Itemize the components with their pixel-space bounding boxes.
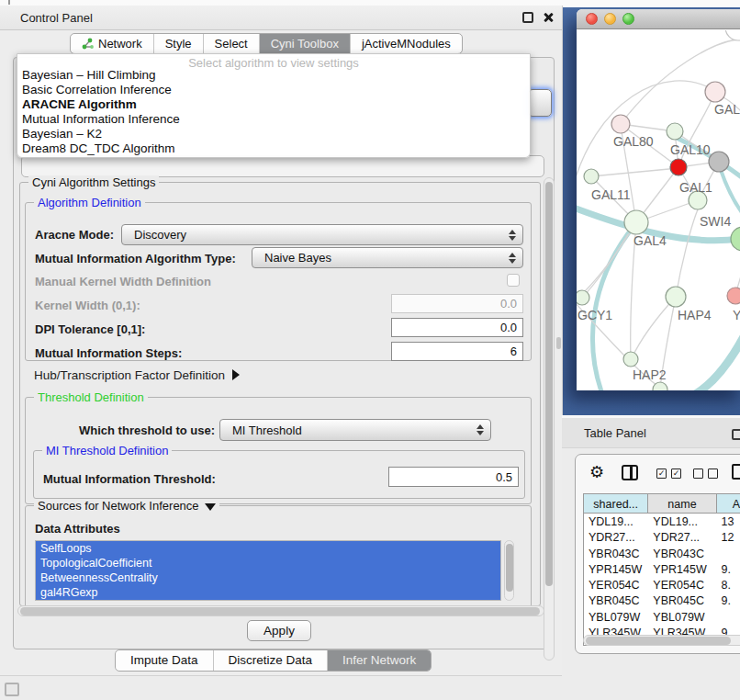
node-gal4[interactable] (624, 210, 648, 234)
network-window-titlebar[interactable] (577, 9, 740, 29)
which-threshold-combo[interactable]: MI Threshold (219, 419, 491, 441)
checked-checkbox-icon[interactable]: ✓ (656, 469, 667, 479)
gear-icon[interactable]: ⚙ (589, 462, 604, 482)
apply-button[interactable]: Apply (247, 620, 311, 641)
list-scrollbar[interactable] (504, 540, 514, 601)
collapsed-panel-icon[interactable] (5, 683, 19, 696)
tab-network[interactable]: Network (71, 34, 153, 53)
node-label-gal1: GAL1 (679, 180, 712, 195)
table-row[interactable]: YER054C YER054C 8. (584, 577, 740, 593)
close-panel-icon[interactable] (542, 11, 555, 24)
hub-definition-expander[interactable]: Hub/Transcription Factor Definition (34, 368, 240, 382)
tab-cyni-toolbox[interactable]: Cyni Toolbox (259, 34, 350, 53)
cell-name: YDL19... (648, 514, 716, 529)
node-gal11[interactable] (584, 169, 599, 184)
unchecked-checkbox-icon[interactable] (693, 469, 703, 479)
manual-kernel-width-checkbox[interactable] (507, 274, 520, 287)
mi-algorithm-type-combo[interactable]: Naive Bayes (252, 247, 523, 268)
tab-jactivemnodules-label: jActiveMNodules (362, 37, 451, 51)
table-row[interactable]: YDL19... YDL19... 13 (584, 514, 740, 529)
table-row[interactable]: YBR043C YBR043C (584, 546, 740, 561)
algorithm-definition-group: Algorithm Definition Aracne Mode: Discov… (25, 202, 532, 361)
mi-threshold-field[interactable]: 0.5 (388, 467, 519, 487)
menu-item-aracne[interactable]: ARACNE Algorithm (22, 97, 137, 112)
column-layout-icon[interactable] (622, 465, 638, 480)
tab-infer-network[interactable]: Infer Network (327, 650, 431, 671)
tab-jactivemnodules[interactable]: jActiveMNodules (350, 34, 462, 53)
settings-horizontal-scrollbar[interactable] (17, 605, 544, 616)
node-label-swi4: SWI4 (700, 214, 731, 229)
menu-item-bayesian-k2[interactable]: Bayesian – K2 (22, 127, 102, 141)
column-header-name[interactable]: name (648, 494, 716, 514)
node-gcy1[interactable] (577, 290, 589, 305)
table-row[interactable]: YBR045C YBR045C 9. (584, 593, 740, 608)
settings-vertical-scrollbar[interactable] (544, 177, 555, 660)
menu-item-bayesian-hill[interactable]: Bayesian – Hill Climbing (22, 68, 156, 83)
node-hap4[interactable] (666, 287, 686, 307)
checked-checkbox-icon[interactable]: ✓ (671, 469, 681, 479)
mi-steps-field[interactable]: 6 (391, 342, 523, 361)
minimize-window-icon[interactable] (604, 13, 616, 25)
mi-threshold-group-title: MI Threshold Definition (42, 444, 172, 457)
cell-name: YBR045C (648, 593, 716, 608)
close-window-icon[interactable] (586, 13, 598, 25)
zoom-window-icon[interactable] (622, 13, 634, 25)
cell-name: YDR27... (648, 529, 716, 545)
tab-impute-data[interactable]: Impute Data (116, 650, 213, 671)
table-row[interactable]: YBL079W YBL079W (584, 609, 740, 625)
float-panel-icon[interactable] (522, 12, 533, 23)
which-threshold-label: Which threshold to use: (79, 423, 215, 437)
node-hap2[interactable] (623, 352, 638, 367)
inference-algorithm-combo-partial[interactable] (528, 89, 552, 117)
cell-shared: YBL079W (584, 609, 648, 625)
panel-splitter-handle[interactable] (556, 337, 561, 349)
data-attributes-list[interactable]: SelfLoops TopologicalCoefficient Between… (35, 540, 501, 601)
tab-select[interactable]: Select (203, 34, 259, 53)
column-header-partial[interactable]: A (717, 494, 740, 514)
node-label-gal4: GAL4 (633, 233, 667, 248)
list-item[interactable]: gal4RGexp (36, 585, 500, 600)
node-pink-right[interactable] (727, 288, 740, 304)
list-item[interactable]: SelfLoops (36, 541, 500, 556)
aracne-mode-combo[interactable]: Discovery (121, 224, 523, 245)
menu-item-dream8[interactable]: Dream8 DC_TDC Algorithm (22, 141, 175, 156)
menu-item-mutual-information[interactable]: Mutual Information Inference (22, 112, 180, 127)
node-gal-partial[interactable] (705, 82, 725, 102)
cell-value: 9. (717, 593, 740, 608)
file-icon[interactable] (732, 464, 740, 480)
node-swi4[interactable] (731, 227, 740, 251)
settings-hscroll-thumb[interactable] (20, 607, 540, 615)
list-item[interactable]: BetweennessCentrality (36, 570, 500, 585)
table-row[interactable]: YDR27... YDR27... 12 (584, 529, 740, 545)
stepper-icon (477, 424, 484, 435)
unchecked-checkbox-icon[interactable] (708, 469, 718, 479)
table-hscroll-thumb[interactable] (586, 637, 731, 645)
list-item[interactable]: TopologicalCoefficient (36, 556, 500, 570)
table-row[interactable]: YPR145W YPR145W 9. (584, 561, 740, 577)
node-gal10[interactable] (667, 123, 683, 140)
node-gal80[interactable] (611, 115, 630, 133)
mi-steps-label: Mutual Information Steps: (35, 346, 182, 360)
tab-discretize-data[interactable]: Discretize Data (213, 650, 328, 671)
table-float-icon[interactable] (732, 429, 740, 440)
node-red-selected[interactable] (670, 159, 687, 175)
node-table[interactable]: shared... name A YDL19... YDL19... 13 YD… (583, 493, 740, 646)
network-canvas[interactable]: GAL GAL80 GAL10 GAL1 GAL11 GAL4 SWI4 GCY… (577, 30, 740, 390)
node-unlabeled-top[interactable] (725, 30, 740, 40)
cell-value: 8. (717, 577, 740, 593)
sources-title-text: Sources for Network Inference (38, 499, 199, 513)
control-panel-window: Control Panel Network Style Select Cyni … (0, 6, 563, 676)
cell-name: YER054C (648, 577, 716, 593)
table-horizontal-scrollbar[interactable] (583, 635, 740, 646)
column-header-shared-name[interactable]: shared... (584, 494, 648, 514)
cell-value: 12 (717, 529, 740, 545)
menu-item-basic-correlation[interactable]: Basic Correlation Inference (22, 83, 172, 97)
list-scrollbar-thumb[interactable] (506, 544, 513, 592)
tab-style[interactable]: Style (153, 34, 203, 53)
network-view-window: GAL GAL80 GAL10 GAL1 GAL11 GAL4 SWI4 GCY… (577, 9, 740, 390)
settings-vscroll-thumb[interactable] (545, 182, 553, 586)
collapse-arrow-icon[interactable] (205, 503, 216, 511)
stepper-icon (509, 230, 516, 241)
node-gray[interactable] (709, 152, 729, 172)
dpi-tolerance-field[interactable]: 0.0 (391, 318, 523, 337)
